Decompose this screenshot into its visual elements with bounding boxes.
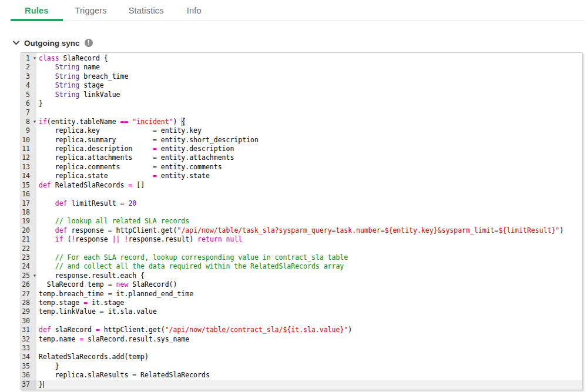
tab-statistics[interactable]: Statistics [119,0,173,21]
line-number: 15 [21,181,36,190]
line-number: 2 [21,63,36,72]
code-line: SlaRecord temp = new SlaRecord() [39,280,582,289]
line-number: 32 [21,335,36,344]
line-number: 10 [21,136,36,145]
line-number: 37 [21,380,36,389]
code-line: if (!response || !response.result) retur… [39,235,582,244]
info-icon[interactable]: ! [85,39,93,47]
line-number: 1▾ [21,54,36,63]
code-line: replica.summary = entity.short_descripti… [39,136,582,145]
code-line: temp.name = slaRecord.result.sys_name [39,335,582,344]
line-number: 30 [21,317,36,326]
code-line: } [39,99,582,108]
code-area[interactable]: class SlaRecord { String name String bre… [36,53,582,390]
line-number: 16 [21,190,36,199]
code-line: replica.attachments = entity.attachments [39,153,582,162]
line-number: 6 [21,99,36,108]
line-number: 36 [21,371,36,380]
line-number: 29 [21,307,36,316]
code-line: temp.stage = it.stage [39,299,582,307]
tab-rules[interactable]: Rules [11,0,63,21]
tab-triggers[interactable]: Triggers [63,0,119,21]
code-line: // For each SLA record, lookup correspon… [39,253,582,262]
code-line: def RelatedSlaRecords = [] [39,181,582,190]
code-line: String linkValue [39,91,582,99]
code-line [39,190,582,199]
outgoing-sync-header: Outgoing sync ! [13,36,587,49]
line-number: 20 [21,226,36,235]
line-number: 19 [21,217,36,226]
code-line: String name [39,63,582,72]
code-line [39,108,582,117]
line-number: 34 [21,353,36,361]
code-line: def response = httpClient.get("/api/now/… [39,226,582,235]
line-number: 23 [21,253,36,262]
line-number: 13 [21,163,36,172]
code-line [39,208,582,217]
code-line: replica.key = entity.key [39,126,582,135]
line-number: 27 [21,290,36,299]
code-line: String breach_time [39,72,582,81]
code-line: def limitResult = 20 [39,199,582,208]
line-number: 25▾ [21,272,36,280]
code-line: response.result.each { [39,272,582,280]
line-number: 33 [21,344,36,353]
line-number: 4 [21,81,36,90]
line-number: 24 [21,262,36,271]
code-line [39,317,582,326]
line-number: 28 [21,299,36,307]
code-line: temp.breach_time = it.planned_end_time [39,290,582,299]
tab-bar: Rules Triggers Statistics Info [11,0,584,21]
tab-info[interactable]: Info [173,0,215,21]
line-number: 26 [21,280,36,289]
code-line [39,244,582,253]
line-number: 31 [21,326,36,334]
code-editor[interactable]: 1▾2345678▾910111213141516171819202122232… [21,52,583,390]
code-line: RelatedSlaRecords.add(temp) [39,353,582,361]
gutter: 1▾2345678▾910111213141516171819202122232… [21,53,36,390]
code-line: // lookup all related SLA records [39,217,582,226]
code-line: String stage [39,81,582,90]
code-line: temp.linkValue = it.sla.value [39,307,582,316]
code-line: if(entity.tableName == "incident") { [39,118,582,126]
line-number: 22 [21,244,36,253]
code-line: } [39,380,582,389]
line-number: 12 [21,153,36,162]
code-line: replica.state = entity.state [39,172,582,180]
line-number: 35 [21,362,36,371]
line-number: 14 [21,172,36,180]
code-line: } [39,362,582,371]
line-number: 3 [21,72,36,81]
line-number: 18 [21,208,36,217]
code-line: // and collect all the data required wit… [39,262,582,271]
code-line: replica.slaResults = RelatedSlaRecords [39,371,582,380]
section-title: Outgoing sync [24,39,80,48]
line-number: 21 [21,235,36,244]
text-cursor [43,381,45,388]
line-number: 7 [21,108,36,117]
code-line: def slaRecord = httpClient.get("/api/now… [39,326,582,334]
code-line [39,344,582,353]
line-number: 11 [21,145,36,153]
line-number: 9 [21,126,36,135]
code-line: replica.comments = entity.comments [39,163,582,172]
chevron-down-icon[interactable] [13,41,19,45]
line-number: 17 [21,199,36,208]
line-number: 8▾ [21,118,36,126]
code-line: class SlaRecord { [39,54,582,63]
code-line: replica.description = entity.description [39,145,582,153]
line-number: 5 [21,91,36,99]
